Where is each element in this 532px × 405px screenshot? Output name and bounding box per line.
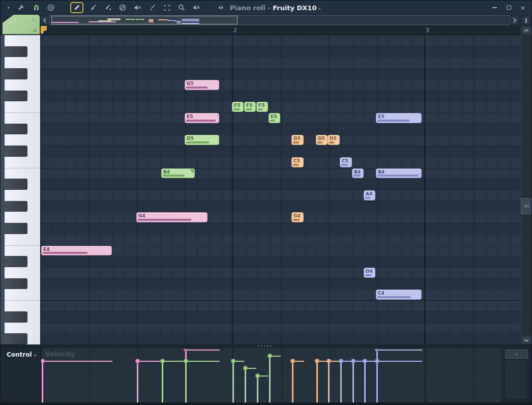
midi-note-b4[interactable]: B4 — [352, 168, 364, 179]
velocity-handle[interactable] — [41, 359, 45, 363]
scroll-down-button[interactable] — [521, 336, 532, 344]
velocity-handle[interactable] — [268, 354, 272, 358]
black-key[interactable] — [5, 278, 27, 290]
control-panel-label[interactable]: Control▸ — [7, 351, 37, 358]
velocity-handle[interactable] — [290, 359, 295, 363]
velocity-scroll-strip[interactable] — [505, 360, 526, 399]
tools-wrench-icon[interactable] — [16, 3, 26, 13]
paint-sequence-tool-icon[interactable] — [103, 3, 113, 13]
midi-note-g4[interactable]: G4 — [291, 212, 304, 222]
midi-note-a4[interactable]: A4 — [364, 190, 375, 200]
midi-note-f5[interactable]: F5 — [244, 102, 256, 112]
midi-note-b4[interactable]: B4 — [376, 168, 422, 179]
velocity-stem[interactable] — [292, 361, 293, 402]
midi-note-d5[interactable]: D5 — [185, 135, 219, 145]
velocity-stem[interactable] — [257, 375, 258, 402]
velocity-stem[interactable] — [185, 361, 187, 402]
scrollbar-track[interactable] — [522, 36, 531, 335]
piano-keyboard[interactable] — [1, 35, 40, 344]
midi-note-g4[interactable]: G4 — [136, 212, 208, 222]
velocity-handle[interactable] — [243, 366, 248, 370]
preview-speaker-icon[interactable] — [216, 3, 226, 13]
midi-note-d4[interactable]: D4 — [364, 268, 375, 278]
pattern-minimap[interactable] — [49, 15, 510, 25]
velocity-handle[interactable] — [315, 359, 319, 363]
black-key[interactable] — [5, 223, 27, 234]
velocity-handle[interactable] — [255, 373, 260, 378]
scroll-left-button[interactable] — [40, 16, 49, 25]
delete-tool-icon[interactable] — [117, 3, 128, 13]
minimap-viewport[interactable] — [51, 16, 238, 24]
velocity-stem[interactable] — [340, 361, 342, 402]
velocity-stem[interactable] — [232, 361, 234, 402]
close-button[interactable]: × — [519, 4, 526, 11]
snap-magnet-icon[interactable] — [31, 3, 41, 13]
playhead-marker-icon[interactable] — [41, 26, 47, 34]
velocity-handle[interactable] — [375, 359, 379, 363]
black-key[interactable] — [5, 91, 27, 102]
black-key[interactable] — [5, 179, 27, 190]
panel-toggle-button[interactable] — [521, 16, 530, 25]
scroll-up-button[interactable] — [521, 26, 532, 35]
timeline-ruler[interactable]: 23 — [40, 26, 520, 35]
midi-note-d5[interactable]: D5 — [328, 135, 340, 145]
midi-note-d5[interactable]: D5 — [316, 135, 328, 145]
black-key[interactable] — [5, 68, 27, 79]
velocity-handle[interactable] — [184, 359, 188, 363]
scrollbar-handle[interactable] — [521, 198, 532, 214]
minimize-button[interactable] — [491, 4, 498, 11]
scroll-right-button[interactable] — [510, 16, 519, 25]
velocity-stem[interactable] — [162, 361, 163, 402]
velocity-stem[interactable] — [364, 361, 366, 402]
velocity-lane[interactable]: Velocity — [41, 348, 501, 402]
black-key[interactable] — [5, 124, 27, 135]
midi-note-f5[interactable]: F5 — [232, 102, 244, 112]
midi-note-b4[interactable]: B4 — [161, 168, 195, 179]
velocity-stem[interactable] — [376, 361, 378, 402]
velocity-handle[interactable] — [339, 359, 343, 363]
options-menu-icon[interactable] — [46, 3, 56, 13]
note-grid[interactable]: E4G4B4G5E5D5F5F5F5E5D5C5G4D5D5C5B4A4D4E5… — [41, 35, 520, 344]
midi-note-c4[interactable]: C4 — [376, 290, 422, 300]
midi-note-e5[interactable]: E5 — [376, 113, 422, 123]
midi-note-e4[interactable]: E4 — [41, 246, 112, 256]
title-arrow-icon[interactable]: ▸ — [318, 6, 321, 11]
black-key[interactable] — [5, 146, 27, 157]
maximize-button[interactable] — [505, 4, 512, 11]
midi-note-e5[interactable]: E5 — [185, 113, 219, 123]
draw-tool-icon[interactable] — [70, 2, 83, 13]
velocity-stem[interactable] — [245, 368, 246, 402]
midi-note-c5[interactable]: C5 — [291, 157, 304, 167]
paint-tool-icon[interactable] — [88, 3, 98, 13]
black-key[interactable] — [5, 333, 27, 344]
velocity-stem[interactable] — [269, 356, 271, 402]
midi-note-d5[interactable]: D5 — [291, 135, 304, 145]
velocity-stem[interactable] — [137, 361, 138, 402]
divider-grip-icon[interactable] — [258, 345, 271, 346]
black-key[interactable] — [5, 201, 27, 212]
velocity-stem[interactable] — [352, 361, 354, 402]
midi-note-e5[interactable]: E5 — [269, 113, 280, 123]
velocity-stem[interactable] — [42, 361, 43, 402]
menu-arrow-icon[interactable] — [6, 3, 12, 13]
black-key[interactable] — [5, 46, 27, 57]
zoom-tool-icon[interactable] — [176, 3, 187, 13]
midi-note-g5[interactable]: G5 — [185, 80, 219, 90]
slice-tool-icon[interactable] — [147, 3, 157, 13]
velocity-handle[interactable] — [160, 359, 165, 363]
black-key[interactable] — [5, 311, 27, 323]
velocity-stem[interactable] — [328, 361, 330, 402]
channel-corner-widget[interactable]: ∿ — [3, 15, 40, 34]
velocity-stem[interactable] — [316, 361, 318, 402]
velocity-handle[interactable] — [135, 359, 140, 363]
vertical-scrollbar[interactable] — [520, 26, 532, 344]
black-key[interactable] — [5, 256, 27, 267]
velocity-handle-max[interactable] — [374, 349, 379, 353]
midi-note-c5[interactable]: C5 — [340, 157, 352, 167]
velocity-handle[interactable] — [363, 359, 367, 363]
midi-note-f5[interactable]: F5 — [256, 102, 268, 112]
velocity-handle-max[interactable] — [183, 349, 188, 353]
velocity-handle[interactable] — [231, 359, 235, 363]
playback-tool-icon[interactable] — [191, 3, 201, 13]
zoom-out-button[interactable]: - — [505, 350, 528, 359]
